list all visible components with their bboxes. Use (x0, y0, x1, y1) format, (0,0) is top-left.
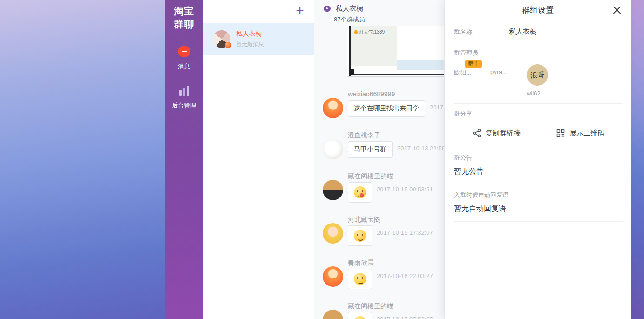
add-group-button[interactable]: + (291, 0, 308, 21)
chat-header: 私人衣橱 87个群成员 (314, 0, 444, 23)
chat-list-header: + (203, 0, 314, 23)
flame-icon (354, 30, 358, 34)
message-sender: 河北藏宝阁 (348, 215, 433, 224)
sidebar-item-admin[interactable]: 后台管理 (165, 86, 203, 110)
auto-reply-value: 暂无自动回复语 (454, 204, 623, 214)
group-share-label: 群分享 (454, 109, 623, 118)
admin-avatar: 浪哥 (526, 63, 549, 86)
admin-name: pyra... (490, 68, 515, 75)
message-bubble (348, 269, 372, 289)
close-icon[interactable] (610, 3, 624, 16)
chat-message: 混血桃李子 马甲小号群 2017-10-13 22:56:5 (323, 130, 444, 159)
user-avatar[interactable] (323, 98, 343, 118)
user-avatar[interactable] (323, 180, 343, 200)
member-count: 87个群成员 (334, 15, 444, 24)
image-message[interactable]: 群人气:1339 (347, 26, 445, 77)
sidebar-item-messages[interactable]: 消息 (165, 46, 203, 71)
group-name-row: 群名称 私人衣橱 (454, 20, 623, 43)
chat-title: 私人衣橱 (335, 4, 363, 12)
app-logo: 淘宝群聊 (171, 5, 197, 31)
message-list: 群人气:1339 weixiao6689999 这个在哪里找出来同学 2017-… (314, 23, 444, 319)
group-share-section: 群分享 复制群链接 (454, 104, 623, 147)
auto-reply-label: 入群时候自动回复语 (454, 191, 623, 199)
app-sidebar: 淘宝群聊 消息 后台管理 (165, 0, 203, 319)
emoji-badge-icon (225, 42, 231, 48)
group-admins-section: 群管理员 群主 欧阳... pyra... 浪哥 wll62... (454, 43, 623, 104)
show-qr-button[interactable]: 展示二维码 (556, 129, 604, 138)
user-avatar[interactable] (323, 310, 343, 319)
screenshot-caption: 群人气:1339 (359, 29, 385, 34)
user-avatar[interactable] (323, 223, 343, 244)
desktop-background: 淘宝群聊 消息 后台管理 + 私人衣橱 暂无新消息 私人衣橱 (0, 0, 644, 319)
chat-list-item-preview: 暂无新消息 (236, 41, 264, 48)
message-timestamp: 2017-10-16 22:03:27 (377, 272, 433, 279)
sidebar-item-label: 后台管理 (165, 102, 203, 110)
announcement-value: 暂无公告 (454, 167, 623, 176)
emoji-smile-icon (354, 230, 366, 242)
message-timestamp: 2017-1 (430, 104, 445, 111)
vertical-divider (538, 127, 538, 139)
group-admins-label: 群管理员 (454, 49, 623, 57)
message-timestamp: 2017-10-15 09:53:51 (377, 186, 433, 193)
group-owner-badge: 群主 (465, 60, 482, 68)
message-sender: 藏在阁楼里的喵 (348, 171, 433, 181)
admin-name: 欧阳... (454, 68, 478, 77)
message-sender: 春雨欣晨 (348, 258, 433, 267)
chat-message: weixiao6689999 这个在哪里找出来同学 2017-1 (323, 89, 444, 118)
emoji-kiss-icon (354, 316, 366, 319)
admin-member[interactable]: pyra... (490, 64, 515, 97)
copy-group-link-button[interactable]: 复制群链接 (472, 129, 521, 138)
message-bubble-icon (178, 46, 190, 57)
message-timestamp: 2017-10-13 22:56:5 (397, 145, 445, 152)
message-timestamp: 2017-10-17 07:53:55 (377, 316, 433, 319)
chat-panel: 私人衣橱 87个群成员 群人气:1339 weixiao6689999 (314, 0, 445, 319)
announcement-label: 群公告 (454, 154, 623, 162)
group-name-label: 群名称 (454, 28, 509, 36)
message-bubble (348, 312, 372, 319)
emoji-rose-icon (354, 186, 366, 198)
user-avatar[interactable] (323, 266, 343, 287)
chat-message: 藏在阁楼里的喵 2017-10-17 07:53:55 (323, 301, 444, 319)
admin-name: wll62... (527, 90, 551, 97)
chat-list-item[interactable]: 私人衣橱 暂无新消息 (203, 23, 314, 55)
chat-list-item-name: 私人衣橱 (236, 30, 264, 38)
qr-code-icon (556, 129, 565, 138)
settings-header: 群组设置 (445, 0, 631, 20)
chat-list-panel: + 私人衣橱 暂无新消息 (203, 0, 314, 319)
bar-chart-icon (179, 86, 189, 96)
message-bubble: 马甲小号群 (348, 141, 393, 158)
group-name-value: 私人衣橱 (509, 27, 537, 36)
message-bubble (348, 182, 372, 203)
group-avatar (213, 30, 230, 48)
settings-title: 群组设置 (445, 0, 631, 20)
message-timestamp: 2017-10-15 17:32:07 (377, 229, 433, 236)
message-sender: weixiao6689999 (348, 89, 444, 99)
chat-message: 河北藏宝阁 2017-10-15 17:32:07 (323, 215, 444, 246)
chat-message: 春雨欣晨 2017-10-16 22:03:27 (323, 258, 444, 289)
sidebar-item-label: 消息 (165, 62, 203, 71)
auto-reply-section: 入群时候自动回复语 暂无自动回复语 (454, 184, 623, 222)
message-bubble (348, 225, 372, 246)
chat-message: 藏在阁楼里的喵 2017-10-15 09:53:51 (323, 171, 444, 203)
group-settings-panel: 群组设置 群名称 私人衣橱 群管理员 群主 欧阳... pyra... 浪哥 (445, 0, 631, 319)
group-announcement-section: 群公告 暂无公告 (454, 147, 623, 184)
share-nodes-icon (472, 129, 481, 138)
user-avatar[interactable] (323, 139, 343, 159)
admin-member[interactable]: 浪哥 wll62... (527, 64, 551, 97)
message-bubble: 这个在哪里找出来同学 (348, 100, 425, 117)
message-sender: 藏在阁楼里的喵 (348, 301, 433, 311)
message-sender: 混血桃李子 (348, 130, 444, 140)
admin-member[interactable]: 群主 欧阳... (454, 64, 478, 97)
speech-bubble-icon (324, 6, 331, 12)
emoji-smile-icon (354, 273, 366, 285)
